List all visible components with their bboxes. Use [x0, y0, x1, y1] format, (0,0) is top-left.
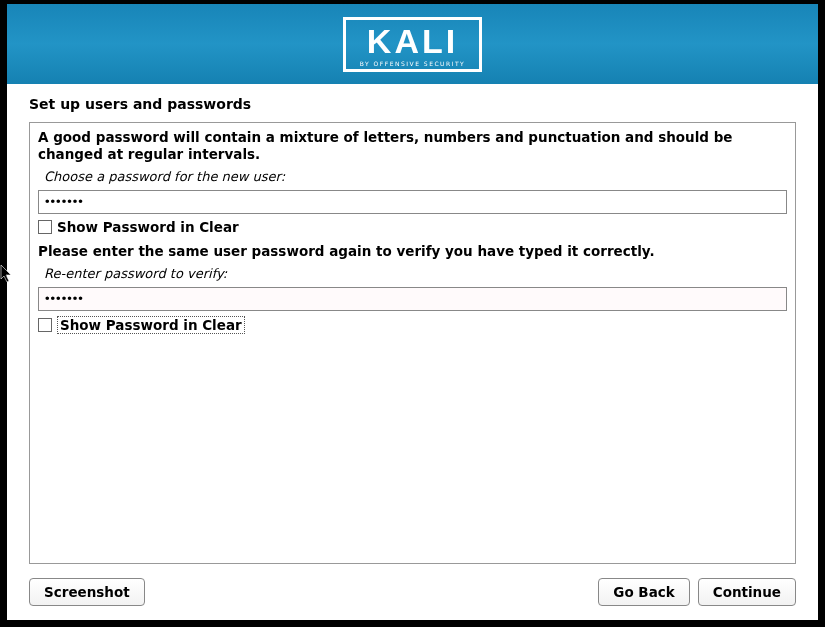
logo-subtitle: BY OFFENSIVE SECURITY — [360, 60, 466, 67]
show-password-label-2: Show Password in Clear — [57, 316, 245, 334]
installer-window: KALI BY OFFENSIVE SECURITY Set up users … — [7, 4, 818, 620]
show-password-label-1: Show Password in Clear — [57, 219, 239, 235]
password-field-label: Choose a password for the new user: — [38, 167, 787, 186]
verify-password-input[interactable] — [38, 287, 787, 311]
kali-logo: KALI BY OFFENSIVE SECURITY — [343, 17, 483, 72]
show-password-row-2[interactable]: Show Password in Clear — [38, 315, 787, 334]
continue-button[interactable]: Continue — [698, 578, 796, 606]
bottom-bar: Screenshot Go Back Continue — [7, 564, 818, 620]
checkbox-icon[interactable] — [38, 318, 52, 332]
header-banner: KALI BY OFFENSIVE SECURITY — [7, 4, 818, 84]
checkbox-icon[interactable] — [38, 220, 52, 234]
show-password-row-1[interactable]: Show Password in Clear — [38, 218, 787, 239]
page-title: Set up users and passwords — [7, 84, 818, 122]
verify-field-label: Re-enter password to verify: — [38, 264, 787, 283]
verify-guidance: Please enter the same user password agai… — [38, 243, 787, 260]
password-input[interactable] — [38, 190, 787, 214]
screenshot-button[interactable]: Screenshot — [29, 578, 145, 606]
go-back-button[interactable]: Go Back — [598, 578, 689, 606]
form-area: A good password will contain a mixture o… — [29, 122, 796, 564]
password-guidance: A good password will contain a mixture o… — [38, 129, 787, 163]
logo-text: KALI — [367, 24, 458, 58]
